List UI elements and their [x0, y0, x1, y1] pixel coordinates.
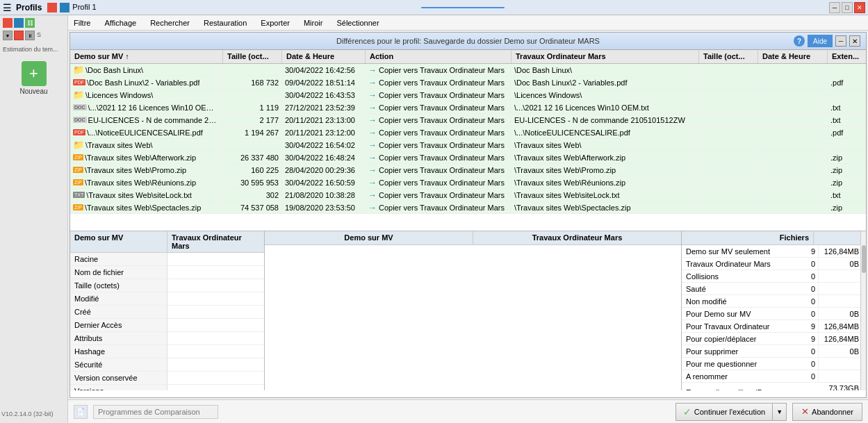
profile-red-icon	[47, 3, 57, 13]
col-hdr-date[interactable]: Date & Heure	[282, 50, 366, 63]
hamburger-icon[interactable]: ☰	[3, 2, 12, 13]
new-label: Nouveau	[19, 88, 47, 95]
help-button[interactable]: Aide	[808, 35, 833, 47]
abandon-x-icon: ✕	[801, 406, 809, 417]
props-row: Taille (octets)	[70, 279, 264, 292]
props-col1-hdr: Demo sur MV	[70, 231, 167, 252]
table-row[interactable]: DOC\...\2021 12 16 Licences Win10 OEM.tx…	[70, 101, 866, 114]
maximize-button[interactable]: □	[842, 2, 853, 13]
col-hdr-action: Action	[366, 50, 511, 63]
menu-bar: Filtre Affichage Rechercher Restauration…	[68, 15, 868, 31]
menu-affichage[interactable]: Affichage	[101, 18, 139, 28]
props-panel: Demo sur MV Travaux Ordinateur Mars Raci…	[70, 231, 265, 390]
props-row: Version conservée	[70, 372, 264, 385]
file-table[interactable]: 📁\Doc Bash Linux\ 30/04/2022 16:42:56 →C…	[70, 64, 866, 231]
diff-dialog: Différences pour le profil: Sauvegarde d…	[69, 32, 867, 398]
props-row: Modifié	[70, 292, 264, 306]
stats-hdr-size	[814, 231, 866, 244]
sources-panel: Demo sur MV Travaux Ordinateur Mars	[265, 231, 682, 390]
stats-row: Pour Travaux Ordinateur 9 126,84MB	[682, 320, 866, 333]
table-row[interactable]: 📁\Doc Bash Linux\ 30/04/2022 16:42:56 →C…	[70, 64, 866, 76]
minimize-button[interactable]: ─	[829, 2, 840, 13]
col-hdr-ext: Exten...	[828, 50, 866, 63]
table-header: Demo sur MV ↑ Taille (oct... Date & Heur…	[70, 50, 866, 64]
table-row[interactable]: 📁\Travaux sites Web\ 30/04/2022 16:54:02…	[70, 139, 866, 151]
top-bar: ☰ Profils Profil 1 ─ □ ✕	[0, 0, 868, 15]
col-hdr-rname: Travaux Ordinateur Mars	[511, 50, 699, 63]
stats-row: Sauté 0	[682, 283, 866, 295]
stats-row: Espace disque libre (Den 73,73GB (0B)	[682, 383, 866, 390]
link-icon: ⛓	[25, 18, 35, 28]
blue-square-icon	[14, 18, 24, 28]
menu-exporter[interactable]: Exporter	[258, 18, 293, 28]
stats-scrollthumb	[862, 245, 866, 273]
continue-check-icon: ✓	[683, 406, 691, 417]
props-row: Attributs	[70, 332, 264, 345]
table-row[interactable]: DOCEU-LICENCES - N de commande 210510151…	[70, 114, 866, 126]
stats-row: Demo sur MV seulement 9 126,84MB	[682, 245, 866, 258]
continue-dropdown-button[interactable]: ▼	[773, 403, 787, 421]
diff-header: Différences pour le profil: Sauvegarde d…	[70, 33, 866, 50]
props-rows: Racine Nom de fichier Taille (octets) Mo…	[70, 253, 264, 390]
close-button[interactable]: ✕	[854, 2, 865, 13]
stats-row: Pour supprimer 0 0B	[682, 345, 866, 358]
stats-row: A renommer 0	[682, 370, 866, 383]
props-row: Racine	[70, 253, 264, 266]
continue-button[interactable]: ✓ Continuer l'exécution	[675, 403, 773, 421]
props-row: Dernier Accès	[70, 319, 264, 332]
table-row[interactable]: ZIP\Travaux sites Web\Promo.zip 160 225 …	[70, 164, 866, 176]
menu-miroir[interactable]: Miroir	[301, 18, 326, 28]
stats-row: Pour me questionner 0	[682, 358, 866, 370]
ctrl-stop-icon[interactable]	[14, 31, 24, 40]
table-row[interactable]: 📁\Licences Windows\ 30/04/2022 16:43:53 …	[70, 89, 866, 101]
table-row[interactable]: PDF\...\NoticeEULICENCESALIRE.pdf 1 194 …	[70, 126, 866, 139]
menu-selectionner[interactable]: Sélectionner	[334, 18, 382, 28]
abandon-label: Abandonner	[812, 408, 853, 416]
continue-label: Continuer l'exécution	[694, 408, 765, 416]
window-title-bar	[421, 7, 505, 8]
menu-rechercher[interactable]: Rechercher	[147, 18, 193, 28]
compare-input[interactable]	[93, 405, 218, 419]
table-row[interactable]: TXT\Travaux sites Web\siteLock.txt 302 2…	[70, 189, 866, 201]
dialog-minimize-button[interactable]: ─	[835, 35, 846, 47]
menu-filtre[interactable]: Filtre	[71, 18, 93, 28]
new-plus-icon: +	[22, 61, 47, 86]
props-row: Sécurité	[70, 358, 264, 372]
abandon-button[interactable]: ✕ Abandonner	[792, 403, 862, 421]
ctrl-pause-icon[interactable]: ⏸	[25, 31, 35, 40]
estimate-label: Estimation du tem...	[3, 46, 65, 53]
ctrl-label: S	[36, 31, 42, 40]
table-row[interactable]: ZIP\Travaux sites Web\Réunions.zip 30 59…	[70, 176, 866, 189]
dialog-close-button[interactable]: ✕	[849, 35, 860, 47]
action-bar: 📄 ✓ Continuer l'exécution ▼ ✕ Abandonner	[68, 399, 868, 423]
bottom-section: Demo sur MV Travaux Ordinateur Mars Raci…	[70, 231, 866, 390]
stats-panel: Fichiers Demo sur MV seulement 9 126,84M…	[682, 231, 866, 390]
profile-label: Profil 1	[72, 3, 96, 13]
help-icon: ?	[794, 35, 805, 47]
stats-scrollbar[interactable]	[860, 231, 866, 390]
compare-icon: 📄	[74, 405, 88, 419]
stats-hdr-label	[682, 231, 758, 244]
profile-blue-icon	[60, 3, 69, 13]
ctrl-play-icon[interactable]: ▼	[3, 31, 13, 40]
stats-row: Pour Demo sur MV 0 0B	[682, 308, 866, 320]
stats-row: Non modifié 0	[682, 295, 866, 308]
menu-restauration[interactable]: Restauration	[201, 18, 249, 28]
props-row: Créé	[70, 306, 264, 319]
diff-title: Différences pour le profil: Sauvegarde d…	[272, 37, 664, 45]
col-hdr-size[interactable]: Taille (oct...	[223, 50, 282, 63]
src-col2: Travaux Ordinateur Mars	[473, 231, 681, 244]
stats-rows: Demo sur MV seulement 9 126,84MB Travaux…	[682, 245, 866, 390]
new-button[interactable]: + Nouveau	[3, 61, 65, 95]
version-label: V10.2.14.0 (32-bit)	[1, 410, 54, 417]
src-col1: Demo sur MV	[265, 231, 473, 244]
stats-row: Travaux Ordinateur Mars 0 0B	[682, 258, 866, 270]
table-row[interactable]: ZIP\Travaux sites Web\Afterwork.zip 26 3…	[70, 151, 866, 164]
red-square-icon	[3, 18, 13, 28]
col-hdr-rsize: Taille (oct...	[699, 50, 758, 63]
col-hdr-name[interactable]: Demo sur MV ↑	[70, 50, 223, 63]
table-row[interactable]: ZIP\Travaux sites Web\Spectacles.zip 74 …	[70, 201, 866, 214]
props-row: Versions	[70, 385, 264, 390]
props-row: Nom de fichier	[70, 266, 264, 279]
table-row[interactable]: PDF\Doc Bash Linux\2 - Variables.pdf 168…	[70, 76, 866, 89]
